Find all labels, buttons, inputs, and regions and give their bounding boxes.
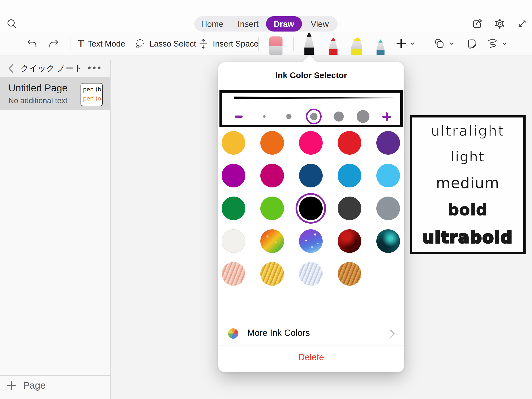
chevron-down-icon [449, 41, 454, 46]
plus-icon [397, 39, 406, 48]
color-swatch-dark-pink[interactable] [260, 164, 284, 187]
increase-size-button[interactable] [382, 112, 391, 121]
add-page-label: Page [23, 380, 46, 391]
pen-black-tool[interactable] [301, 32, 317, 55]
draw-toolbar: T Text Mode Lasso Select Insert Space [0, 32, 532, 55]
ink-to-shape-chevron[interactable] [502, 41, 507, 46]
notebook-section-title: クイック ノート [20, 63, 83, 74]
insert-space-button[interactable]: Insert Space [197, 32, 258, 55]
sidebar-more-button[interactable] [88, 66, 100, 69]
color-swatch-white[interactable] [222, 229, 245, 253]
redo-button[interactable] [48, 38, 60, 50]
color-swatch-copper[interactable] [338, 262, 361, 286]
sidebar-footer: Page [0, 375, 110, 399]
color-swatch-yellow[interactable] [222, 131, 245, 155]
color-swatch-green[interactable] [222, 197, 245, 220]
color-swatch-orange[interactable] [260, 131, 284, 155]
color-swatch-lime[interactable] [260, 197, 284, 220]
color-swatch-dark-gray[interactable] [338, 197, 361, 220]
expand-icon [517, 18, 528, 29]
lasso-select-button[interactable]: Lasso Select [134, 32, 196, 55]
color-swatch-red[interactable] [338, 131, 361, 155]
color-swatch-black-selected[interactable] [299, 197, 323, 220]
delete-label: Delete [298, 352, 324, 363]
share-button[interactable] [471, 18, 483, 29]
color-swatch-silver[interactable] [299, 262, 323, 286]
page-subtitle: No additional text [8, 96, 67, 105]
sidebar-header: クイック ノート [0, 60, 110, 77]
tab-draw[interactable]: Draw [266, 16, 302, 32]
eraser-tool[interactable] [269, 36, 283, 55]
delete-pen-row[interactable]: Delete [218, 346, 404, 372]
chevron-down-icon [502, 41, 507, 46]
size-dot-2[interactable] [286, 114, 292, 119]
text-mode-button[interactable]: T Text Mode [78, 32, 125, 55]
ink-to-shape-button[interactable] [487, 38, 499, 50]
color-swatch-navy[interactable] [299, 164, 323, 187]
color-swatch-blue[interactable] [338, 164, 361, 187]
page-title: Untitled Page [8, 83, 67, 94]
ink-annotation-icon [466, 38, 478, 50]
chevron-down-icon [410, 41, 415, 46]
ink-sample-light: light [450, 150, 485, 164]
top-header: Home Insert Draw View [0, 0, 532, 32]
pen-black-icon [301, 32, 317, 55]
page-list-item-selected[interactable]: Untitled Page No additional text pen (bl… [0, 77, 110, 110]
color-swatch-galaxy[interactable] [299, 229, 323, 253]
color-swatch-rainbow-glitter[interactable] [260, 229, 284, 253]
pen-teal-icon [374, 39, 387, 55]
thumbnail-ink-line: pen (ora [83, 94, 102, 103]
undo-icon [26, 38, 38, 50]
pen-red-icon [326, 37, 341, 55]
color-swatch-rose-gold[interactable] [222, 262, 245, 286]
decrease-size-button[interactable] [235, 116, 243, 118]
shapes-button[interactable] [433, 38, 446, 50]
shapes-chevron[interactable] [449, 41, 454, 46]
color-swatch-magenta[interactable] [222, 164, 245, 187]
color-swatch-red-marble[interactable] [338, 229, 361, 253]
size-dot-5[interactable] [357, 110, 369, 123]
selected-size-ring [306, 109, 322, 124]
color-swatch-sky-blue[interactable] [376, 164, 400, 187]
ellipsis-icon [88, 66, 91, 69]
fullscreen-button[interactable] [517, 18, 528, 29]
back-button[interactable] [7, 64, 14, 73]
onenote-draw-screen: Home Insert Draw View [0, 0, 532, 399]
ink-sample-ultralight: ultralight [431, 124, 504, 138]
add-page-button[interactable]: Page [7, 380, 46, 391]
lasso-select-icon [134, 38, 146, 50]
add-pen-chevron[interactable] [410, 41, 415, 46]
color-swatch-grid [222, 131, 400, 286]
plus-icon [7, 381, 16, 390]
tab-home[interactable]: Home [194, 16, 230, 32]
size-dot-4[interactable] [334, 112, 344, 122]
redo-icon [48, 38, 60, 50]
settings-button[interactable] [494, 18, 505, 29]
page-thumbnail: pen (bl pen (ora [81, 83, 103, 106]
lasso-select-label: Lasso Select [150, 39, 196, 49]
share-icon [471, 18, 483, 29]
stroke-preview [222, 93, 400, 108]
color-swatch-gold[interactable] [260, 262, 284, 286]
chevron-right-icon [389, 329, 395, 338]
search-button[interactable] [6, 18, 17, 29]
pen-red-tool[interactable] [326, 37, 341, 55]
color-swatch-gray[interactable] [376, 197, 400, 220]
toolbar-divider [70, 37, 70, 51]
toolbar-divider [425, 37, 425, 51]
color-swatch-purple[interactable] [376, 131, 400, 155]
back-chevron-icon [7, 64, 14, 73]
highlighter-yellow-tool[interactable] [349, 37, 365, 55]
more-ink-colors-row[interactable]: More Ink Colors [218, 321, 404, 346]
size-dot-1[interactable] [263, 115, 266, 118]
pen-teal-tool[interactable] [374, 39, 387, 55]
undo-button[interactable] [26, 38, 38, 50]
add-pen-button[interactable] [397, 39, 406, 48]
color-swatch-teal-marble[interactable] [376, 229, 400, 253]
ink-weight-samples-box: ultralight light medium bold ultrabold [410, 115, 526, 254]
ink-annotation-button[interactable] [466, 38, 478, 50]
ink-squiggle-icon [487, 38, 499, 50]
tab-insert[interactable]: Insert [230, 16, 266, 32]
color-swatch-pink[interactable] [299, 131, 323, 155]
tab-view[interactable]: View [302, 16, 338, 32]
